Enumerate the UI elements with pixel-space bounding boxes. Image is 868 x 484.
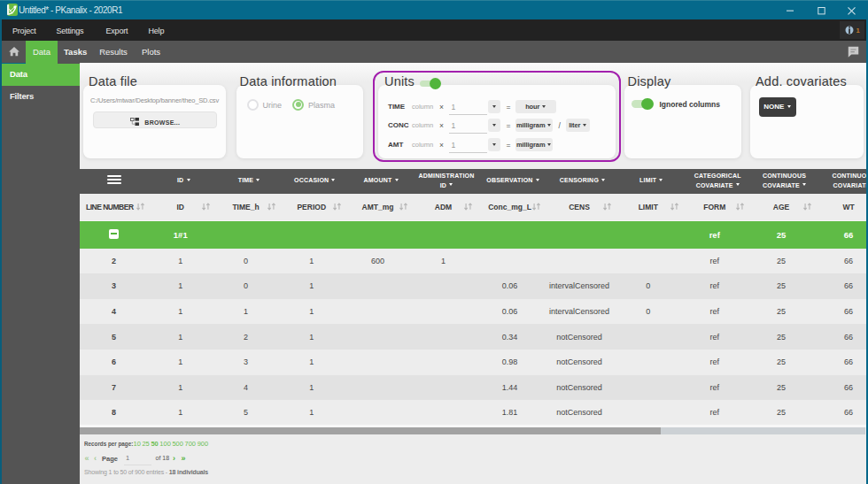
svg-text:1: 1 [856,27,860,35]
